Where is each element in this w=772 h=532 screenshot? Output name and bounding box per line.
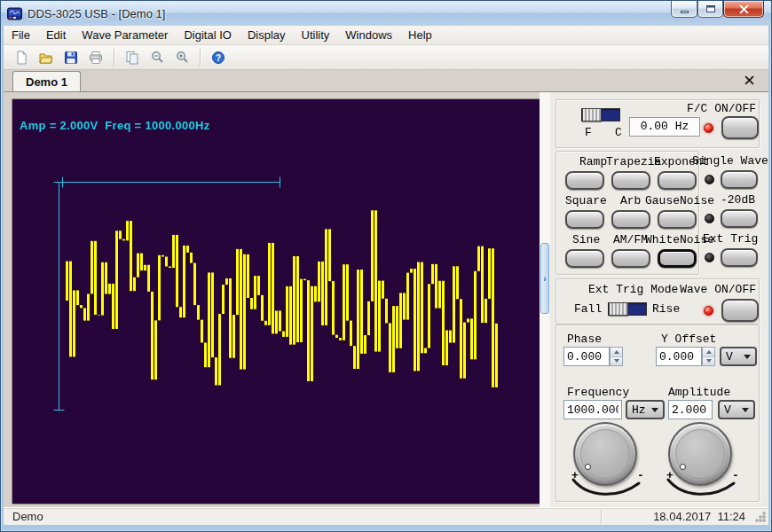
window-title: DDS-3025 USB - [Demo 1] bbox=[28, 7, 165, 20]
parameters-group: Phase Y Offset V Frequency bbox=[555, 325, 760, 502]
copy-icon bbox=[125, 51, 139, 65]
knob-indicator-dot bbox=[585, 464, 591, 470]
sine-button[interactable] bbox=[565, 249, 604, 268]
open-button[interactable] bbox=[35, 47, 57, 68]
wave-onoff-label: Wave ON/OFF bbox=[680, 283, 756, 296]
spin-down-button[interactable] bbox=[703, 357, 714, 366]
trapezia-button[interactable] bbox=[611, 171, 650, 190]
fc-label-f: F bbox=[585, 126, 592, 139]
arb-button[interactable] bbox=[611, 210, 650, 229]
ext-trig-slider-handle[interactable] bbox=[609, 302, 628, 316]
wave-onoff-button[interactable] bbox=[721, 299, 759, 322]
fc-label-c: C bbox=[615, 126, 622, 139]
amplitude-label: Amplitude bbox=[668, 386, 730, 399]
y-offset-unit-value: V bbox=[726, 350, 733, 364]
minimize-icon bbox=[681, 11, 689, 13]
minus20db-button[interactable] bbox=[721, 209, 758, 228]
control-panel: F C 0.00 Hz F/C ON/OFF Ramp Trapezia Exp… bbox=[550, 92, 768, 507]
single-wave-led bbox=[705, 175, 714, 184]
phase-input[interactable] bbox=[563, 347, 610, 366]
copy-button[interactable] bbox=[122, 47, 143, 68]
dropdown-arrow-icon bbox=[651, 408, 658, 416]
y-offset-spinner bbox=[702, 347, 715, 366]
knob-arc bbox=[661, 476, 739, 499]
amfm-label: AM/FM bbox=[613, 233, 648, 246]
zoom-in-icon bbox=[175, 51, 189, 65]
minimize-button[interactable] bbox=[671, 1, 697, 18]
menu-wave-parameter[interactable]: Wave Parameter bbox=[74, 27, 176, 43]
ext-trig-label: Ext Trig bbox=[703, 232, 758, 246]
new-icon bbox=[14, 51, 28, 65]
sine-label: Sine bbox=[572, 233, 600, 246]
fc-onoff-button[interactable] bbox=[721, 116, 759, 139]
y-offset-label: Y Offset bbox=[661, 332, 716, 346]
spin-up-button[interactable] bbox=[611, 348, 622, 357]
save-button[interactable] bbox=[60, 47, 82, 68]
frequency-knob-unit: + - bbox=[564, 418, 657, 506]
spin-down-button[interactable] bbox=[611, 357, 622, 366]
arrow-up-icon bbox=[614, 348, 619, 354]
new-button[interactable] bbox=[11, 47, 32, 68]
gausenoise-button[interactable] bbox=[658, 210, 697, 229]
single-wave-button[interactable] bbox=[721, 170, 758, 189]
ramp-button[interactable] bbox=[565, 171, 604, 190]
title-bar[interactable]: DDS-3025 USB - [Demo 1] bbox=[1, 1, 771, 26]
status-divider bbox=[601, 510, 602, 524]
rise-label: Rise bbox=[652, 302, 680, 316]
fc-onoff-label: F/C ON/OFF bbox=[687, 102, 756, 115]
help-button[interactable]: ? bbox=[208, 47, 229, 68]
y-offset-input[interactable] bbox=[656, 347, 702, 366]
fc-frequency-display: 0.00 Hz bbox=[629, 117, 700, 137]
exponent-button[interactable] bbox=[658, 171, 697, 190]
print-button[interactable] bbox=[85, 47, 106, 68]
amplitude-input[interactable] bbox=[668, 400, 713, 419]
fc-onoff-led bbox=[704, 123, 713, 133]
wave-onoff-led bbox=[704, 306, 713, 316]
maximize-button[interactable] bbox=[697, 1, 723, 18]
fc-slider-handle[interactable] bbox=[582, 108, 602, 121]
resize-grip[interactable] bbox=[755, 512, 766, 522]
app-icon bbox=[7, 7, 22, 20]
ext-trig-button[interactable] bbox=[721, 248, 758, 267]
menu-help[interactable]: Help bbox=[400, 27, 440, 43]
amplitude-unit-value: V bbox=[724, 403, 731, 417]
frequency-input[interactable] bbox=[563, 400, 622, 419]
fc-slider[interactable] bbox=[581, 108, 620, 121]
amplitude-unit-select[interactable]: V bbox=[718, 400, 755, 419]
zoom-out-button[interactable] bbox=[146, 47, 168, 68]
tab-close-icon bbox=[744, 75, 754, 85]
dropdown-arrow-icon bbox=[742, 408, 749, 416]
whitenoise-button[interactable] bbox=[658, 249, 697, 268]
menu-display[interactable]: Display bbox=[240, 27, 294, 43]
tab-demo1[interactable]: Demo 1 bbox=[12, 71, 81, 91]
ramp-label: Ramp bbox=[579, 155, 607, 168]
menu-digital-io[interactable]: Digital IO bbox=[176, 27, 239, 43]
toolbar-separator bbox=[200, 49, 201, 66]
save-icon bbox=[64, 51, 78, 65]
menu-utility[interactable]: Utility bbox=[294, 27, 338, 43]
minus20db-label: -20dB bbox=[721, 193, 755, 207]
menu-windows[interactable]: Windows bbox=[337, 27, 400, 43]
close-button[interactable] bbox=[723, 1, 764, 18]
zoom-in-button[interactable] bbox=[171, 47, 193, 68]
toolbar-separator bbox=[114, 49, 114, 66]
tab-strip: Demo 1 bbox=[4, 70, 768, 92]
tab-close-button[interactable] bbox=[743, 74, 756, 87]
ext-trig-slider[interactable] bbox=[608, 302, 647, 316]
menu-edit[interactable]: Edit bbox=[38, 27, 74, 43]
spin-up-button[interactable] bbox=[703, 348, 714, 357]
waveform-display: Amp = 2.000V Freq = 1000.000Hz bbox=[12, 99, 540, 504]
status-text: Demo bbox=[12, 510, 43, 523]
frequency-unit-select[interactable]: Hz bbox=[626, 400, 665, 419]
menu-file[interactable]: File bbox=[4, 27, 38, 43]
square-button[interactable] bbox=[565, 210, 604, 229]
amfm-button[interactable] bbox=[611, 249, 650, 268]
waveform-annotation: Amp = 2.000V Freq = 1000.000Hz bbox=[20, 119, 210, 132]
ext-trig-mode-group: Ext Trig Mode Fall Rise Wave ON/OFF bbox=[555, 278, 760, 325]
maximize-icon bbox=[706, 5, 715, 12]
y-offset-unit-select[interactable]: V bbox=[720, 347, 757, 366]
side-buttons: Single Wave -20dB Ext Trig bbox=[699, 151, 761, 275]
zoom-out-icon bbox=[150, 51, 164, 65]
splitter-handle[interactable]: › bbox=[540, 243, 549, 314]
close-icon bbox=[739, 4, 749, 14]
